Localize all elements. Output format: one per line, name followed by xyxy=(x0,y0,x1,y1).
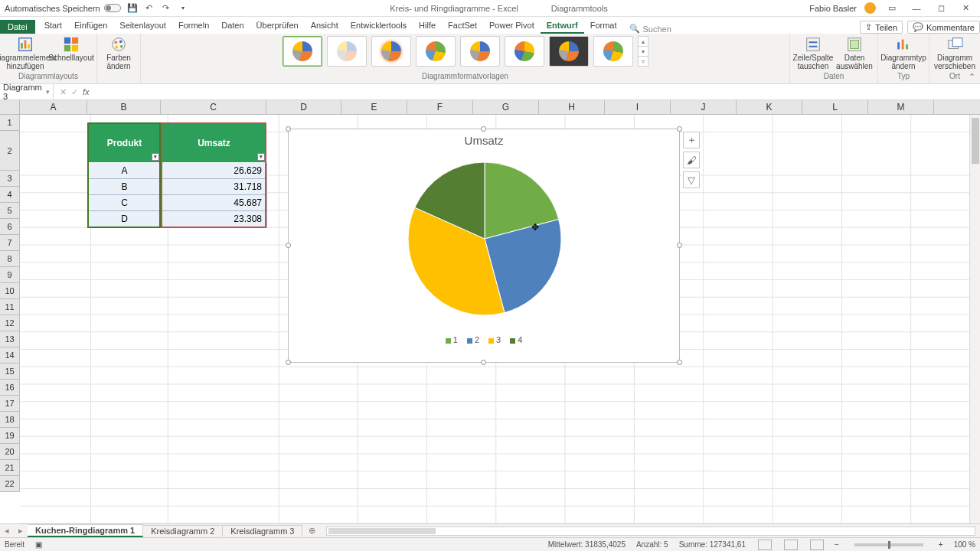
switch-row-column-button[interactable]: Zeile/Spalte tauschen xyxy=(795,36,831,70)
legend-item[interactable]: 3 xyxy=(488,335,501,344)
view-normal-icon[interactable] xyxy=(758,540,772,550)
tab-entwicklertools[interactable]: Entwicklertools xyxy=(345,18,413,34)
change-chart-type-button[interactable]: Diagrammtyp ändern xyxy=(883,36,924,70)
row-header[interactable]: 19 xyxy=(0,428,20,444)
change-colors-button[interactable]: Farben ändern xyxy=(102,36,136,70)
row-header[interactable]: 9 xyxy=(0,267,20,283)
row-header[interactable]: 2 xyxy=(0,131,20,171)
sheet-tab[interactable]: Kreisdiagramm 3 xyxy=(223,525,302,536)
chart-style-1[interactable] xyxy=(283,36,322,67)
tab-ansicht[interactable]: Ansicht xyxy=(305,18,345,34)
fx-icon[interactable]: fx xyxy=(83,87,90,97)
row-header[interactable]: 22 xyxy=(0,476,20,492)
row-header[interactable]: 16 xyxy=(0,380,20,396)
user-name[interactable]: Fabio Basler xyxy=(809,4,857,13)
chart-elements-button[interactable]: ＋ xyxy=(683,132,700,148)
formula-input[interactable] xyxy=(96,90,980,93)
chart-styles-button[interactable]: 🖌 xyxy=(683,152,700,168)
tab-überprüfen[interactable]: Überprüfen xyxy=(250,18,305,34)
chart-style-6[interactable] xyxy=(505,36,544,67)
col-header[interactable]: B xyxy=(87,100,161,114)
tab-seitenlayout[interactable]: Seitenlayout xyxy=(113,18,172,34)
column-headers[interactable]: ABCDEFGHIJKLM xyxy=(0,100,980,115)
row-header[interactable]: 7 xyxy=(0,235,20,251)
table-row[interactable]: C45.687 xyxy=(88,195,267,211)
row-header[interactable]: 15 xyxy=(0,364,20,380)
row-header[interactable]: 17 xyxy=(0,396,20,412)
chart-filter-button[interactable]: ▽ xyxy=(683,171,700,188)
col-header[interactable]: K xyxy=(737,100,802,114)
filter-icon[interactable]: ▾ xyxy=(152,153,159,161)
sheet-tab-active[interactable]: Kuchen-Ringdiagramm 1 xyxy=(28,524,143,537)
pie-plot[interactable] xyxy=(289,147,681,328)
tab-file[interactable]: Datei xyxy=(0,20,35,34)
table-row[interactable]: A26.629 xyxy=(88,163,267,179)
comments-button[interactable]: 💬Kommentare xyxy=(907,21,980,34)
add-sheet-icon[interactable]: ⊕ xyxy=(302,526,322,536)
qat-customize-icon[interactable]: ▾ xyxy=(178,3,188,14)
col-header[interactable]: F xyxy=(407,100,473,114)
sheet-nav-next-icon[interactable]: ▸ xyxy=(14,526,28,536)
col-header[interactable]: D xyxy=(266,100,341,114)
col-header[interactable]: L xyxy=(802,100,868,114)
zoom-in-icon[interactable]: + xyxy=(939,540,943,549)
tab-formeln[interactable]: Formeln xyxy=(172,18,215,34)
save-icon[interactable]: 💾 xyxy=(127,3,138,14)
collapse-ribbon-icon[interactable]: ⌃ xyxy=(969,72,975,82)
row-header[interactable]: 1 xyxy=(0,115,20,131)
col-header[interactable]: M xyxy=(868,100,934,114)
chart-style-2[interactable] xyxy=(327,36,367,67)
data-table[interactable]: Produkt▾ Umsatz▾ A26.629B31.718C45.687D2… xyxy=(87,122,267,227)
col-header[interactable]: G xyxy=(473,100,539,114)
user-avatar-icon[interactable] xyxy=(864,2,876,14)
cancel-formula-icon[interactable]: ✕ xyxy=(60,87,67,97)
ribbon-options-icon[interactable]: ▭ xyxy=(884,3,900,13)
share-button[interactable]: ⇪Teilen xyxy=(860,21,903,34)
legend-item[interactable]: 4 xyxy=(510,335,522,344)
zoom-level[interactable]: 100 % xyxy=(954,540,975,549)
row-header[interactable]: 20 xyxy=(0,444,20,460)
row-header[interactable]: 13 xyxy=(0,331,20,347)
view-page-break-icon[interactable] xyxy=(810,540,824,550)
row-header[interactable]: 8 xyxy=(0,251,20,267)
sheet-tab[interactable]: Kreisdiagramm 2 xyxy=(143,525,223,536)
view-page-layout-icon[interactable] xyxy=(784,540,798,550)
row-header[interactable]: 18 xyxy=(0,412,20,428)
col-header[interactable]: H xyxy=(539,100,605,114)
cells-area[interactable]: Produkt▾ Umsatz▾ A26.629B31.718C45.687D2… xyxy=(20,115,980,523)
col-header[interactable]: J xyxy=(671,100,737,114)
chart-style-7[interactable] xyxy=(549,36,589,67)
tab-daten[interactable]: Daten xyxy=(215,18,250,34)
chart-title[interactable]: Umsatz xyxy=(289,134,679,147)
legend-item[interactable]: 2 xyxy=(467,335,479,344)
minimize-icon[interactable]: — xyxy=(908,4,925,13)
row-header[interactable]: 21 xyxy=(0,460,20,476)
zoom-slider[interactable] xyxy=(854,543,923,546)
autosave-toggle[interactable]: Automatisches Speichern xyxy=(5,4,121,13)
maximize-icon[interactable]: ◻ xyxy=(933,3,949,13)
name-box[interactable]: Diagramm 3▾ xyxy=(0,81,54,103)
move-chart-button[interactable]: Diagramm verschieben xyxy=(934,36,975,70)
styles-scroll[interactable]: ▴▾▿ xyxy=(638,36,648,67)
row-header[interactable]: 11 xyxy=(0,299,20,315)
tab-power pivot[interactable]: Power Pivot xyxy=(483,18,541,34)
chart-style-3[interactable] xyxy=(371,36,411,67)
zoom-out-icon[interactable]: − xyxy=(835,540,839,549)
row-header[interactable]: 14 xyxy=(0,347,20,364)
col-header[interactable]: C xyxy=(161,100,266,114)
tab-hilfe[interactable]: Hilfe xyxy=(413,18,442,34)
tab-einfügen[interactable]: Einfügen xyxy=(68,18,113,34)
col-header[interactable]: E xyxy=(341,100,407,114)
chart-styles-gallery[interactable]: ▴▾▿ xyxy=(283,36,648,71)
select-all-corner[interactable] xyxy=(0,100,20,114)
legend-item[interactable]: 1 xyxy=(446,335,458,344)
select-data-button[interactable]: Daten auswählen xyxy=(836,36,873,70)
horizontal-scrollbar[interactable] xyxy=(326,527,975,536)
accept-formula-icon[interactable]: ✓ xyxy=(71,87,78,97)
vertical-scrollbar[interactable] xyxy=(969,115,980,523)
row-header[interactable]: 5 xyxy=(0,203,20,219)
row-header[interactable]: 12 xyxy=(0,315,20,331)
quick-layout-button[interactable]: Schnelllayout xyxy=(51,36,92,63)
chart-style-5[interactable] xyxy=(460,36,500,67)
tab-factset[interactable]: FactSet xyxy=(442,18,483,34)
